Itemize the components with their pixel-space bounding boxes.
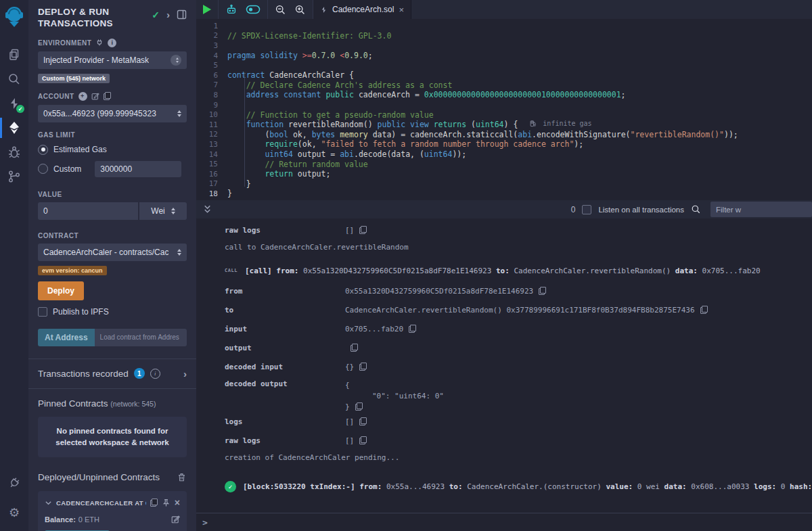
terminal-row-label: logs — [225, 417, 345, 426]
code-text: pragma solidity >=0.7.0 <0.9.0; — [227, 51, 373, 60]
line-number: 15 — [196, 160, 227, 168]
terminal-filter-input[interactable] — [710, 202, 812, 217]
chevron-right-icon[interactable]: › — [183, 368, 187, 379]
copy-icon[interactable] — [355, 402, 363, 411]
value-label: VALUE — [38, 191, 187, 198]
pinned-empty-message: No pinned contracts found for selected w… — [38, 417, 187, 458]
line-number: 18 — [196, 189, 227, 198]
code-line: 15 // Return random value — [196, 159, 812, 169]
file-explorer-icon[interactable] — [0, 43, 28, 66]
terminal-row-label: output — [225, 344, 345, 352]
copy-icon[interactable] — [409, 325, 416, 333]
terminal-row-label: raw logs — [225, 436, 345, 445]
terminal-search-icon[interactable] — [691, 204, 701, 214]
info-icon[interactable]: i — [150, 369, 160, 379]
at-address-button[interactable]: At Address — [38, 329, 95, 346]
contract-card-title[interactable]: CADENCEARCHCALER AT 0) — [56, 499, 146, 507]
run-script-icon[interactable] — [203, 5, 211, 14]
zoom-out-icon[interactable] — [275, 4, 286, 16]
transactions-recorded-row[interactable]: Transactions recorded 1 i › — [38, 359, 187, 388]
copy-icon[interactable] — [539, 287, 546, 295]
custom-gas-input[interactable] — [95, 161, 181, 177]
code-editor[interactable]: 12// SPDX-License-Identifier: GPL-3.034p… — [196, 19, 812, 200]
terminal-collapse-icon[interactable] — [202, 204, 212, 214]
sign-message-icon[interactable] — [91, 92, 99, 100]
terminal-kv-row: decoded output{"0": "uint64: 0"} — [225, 379, 812, 412]
terminal-row-value: 0x705...fab20 — [345, 325, 403, 333]
tab-close-icon[interactable]: × — [399, 5, 404, 15]
copy-icon[interactable] — [150, 499, 158, 507]
copy-icon[interactable] — [359, 436, 367, 444]
git-icon[interactable] — [0, 165, 28, 188]
tab-title: CadenceArch.sol — [332, 5, 394, 14]
activity-bar: ✓ ⚙ — [0, 0, 28, 531]
search-icon[interactable] — [0, 68, 28, 91]
pending-tx-count: 0 — [571, 205, 576, 214]
environment-info-icon[interactable]: i — [108, 39, 116, 47]
line-number: 1 — [196, 22, 227, 30]
ai-toggle-icon[interactable] — [246, 4, 261, 15]
value-unit-select[interactable]: Wei — [139, 202, 187, 220]
terminal-kv-row: raw logs[] — [225, 224, 812, 236]
copy-icon[interactable] — [359, 363, 367, 371]
load-contract-address-input[interactable] — [95, 329, 187, 346]
deployed-contract-card: CADENCEARCHCALER AT 0) × Balance: 0 ETH … — [38, 491, 187, 531]
publish-ipfs-option[interactable]: Publish to IPFS — [38, 307, 187, 317]
tab-cadencearch-sol[interactable]: CadenceArch.sol × — [313, 0, 411, 19]
add-account-icon[interactable]: + — [78, 92, 87, 101]
contract-select[interactable]: CadenceArchCaler - contracts/Cac — [38, 244, 187, 261]
remix-logo[interactable] — [4, 5, 24, 31]
code-text: // Declare Cadence Arch's address as a c… — [227, 80, 452, 90]
line-number: 7 — [196, 80, 227, 89]
code-line: 4pragma solidity >=0.7.0 <0.9.0; — [196, 51, 812, 61]
terminal-kv-row: toCadenceArchCaler.revertibleRandom() 0x… — [225, 304, 812, 316]
custom-gas-option[interactable]: Custom — [38, 161, 187, 177]
environment-label: ENVIRONMENT i — [38, 39, 187, 47]
estimated-gas-option[interactable]: Estimated Gas — [38, 145, 187, 155]
plugin-manager-icon[interactable] — [0, 471, 28, 494]
trash-icon[interactable] — [177, 472, 187, 482]
terminal-row-value: 0x55a1320D432759960C5Df0215a8dF78e1E1469… — [345, 287, 533, 296]
debugger-icon[interactable] — [0, 141, 28, 164]
line-number: 16 — [196, 170, 227, 179]
settings-gear-icon[interactable]: ⚙ — [0, 501, 28, 524]
code-line: 7 // Declare Cadence Arch's address as a… — [196, 80, 812, 91]
edit-balance-icon[interactable] — [171, 515, 180, 524]
deploy-run-icon[interactable] — [0, 116, 28, 139]
line-number: 17 — [196, 179, 227, 188]
listen-all-transactions-checkbox[interactable] — [582, 205, 591, 214]
network-badge: Custom (545) network — [38, 74, 110, 83]
copy-icon[interactable] — [359, 226, 367, 234]
terminal-multiline-value: {"0": "uint64: 0"} — [345, 379, 444, 412]
chevron-down-icon[interactable] — [45, 499, 52, 507]
copy-icon[interactable] — [351, 344, 358, 352]
environment-select[interactable]: Injected Provider - MetaMask — [38, 51, 187, 69]
pin-panel-icon[interactable] — [177, 9, 187, 20]
account-select[interactable]: 0x55a...46923 (999.999945323 — [38, 105, 187, 122]
close-icon[interactable]: × — [175, 498, 180, 507]
terminal: 0 Listen on all transactions raw logs[]c… — [196, 200, 812, 531]
solidity-compiler-icon[interactable]: ✓ — [0, 92, 28, 115]
terminal-row-value: [] — [345, 417, 354, 426]
terminal-prompt-row[interactable]: > — [196, 513, 812, 531]
balance-label: Balance: — [45, 515, 76, 524]
zoom-in-icon[interactable] — [294, 4, 306, 16]
code-line: 11 function revertibleRandom() public vi… — [196, 120, 812, 130]
terminal-log-text: creation of CadenceArchCaler pending... — [225, 453, 812, 465]
panel-next-icon[interactable]: › — [166, 9, 170, 20]
copy-account-icon[interactable] — [104, 92, 111, 100]
code-line: 16 return output; — [196, 169, 812, 179]
contract-label: CONTRACT — [38, 232, 187, 239]
pin-icon[interactable] — [162, 499, 171, 507]
code-line: 3 — [196, 41, 812, 51]
terminal-output[interactable]: raw logs[]call to CadenceArchCaler.rever… — [196, 218, 812, 513]
gas-pump-icon — [530, 120, 536, 127]
deploy-button[interactable]: Deploy — [38, 281, 84, 300]
panel-title: DEPLOY & RUN TRANSACTIONS — [38, 7, 139, 30]
line-number: 12 — [196, 130, 227, 139]
ai-assistant-robot-icon[interactable] — [225, 3, 238, 16]
copy-icon[interactable] — [359, 417, 367, 425]
value-input[interactable] — [38, 202, 138, 220]
copy-icon[interactable] — [700, 306, 708, 314]
compiler-success-badge: ✓ — [16, 105, 24, 113]
